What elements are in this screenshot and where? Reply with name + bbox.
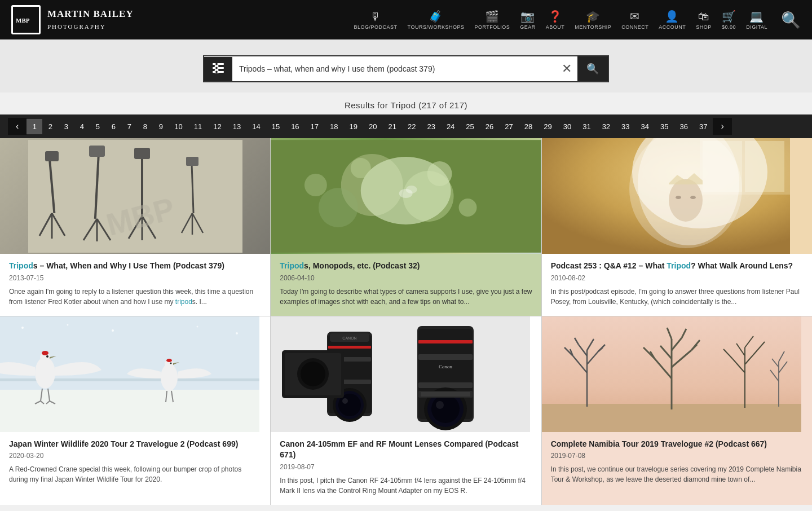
card-image [542, 138, 812, 254]
page-19[interactable]: 19 [344, 119, 363, 134]
logo[interactable]: MBP Martin BaileyPhotography [11, 5, 134, 34]
page-32[interactable]: 32 [597, 119, 616, 134]
svg-rect-56 [0, 390, 259, 432]
card-excerpt: A Red-Crowned Crane special this week, f… [9, 464, 261, 484]
portfolios-icon: 🎬 [485, 10, 500, 23]
page-34[interactable]: 34 [636, 119, 655, 134]
page-14[interactable]: 14 [246, 119, 266, 134]
card-date: 2010-08-02 [551, 274, 803, 282]
page-13[interactable]: 13 [227, 119, 246, 134]
svg-text:Canon: Canon [439, 364, 453, 369]
page-6[interactable]: 6 [105, 119, 121, 134]
card-image: CANON Canon [271, 316, 541, 432]
svg-point-72 [166, 359, 172, 362]
page-22[interactable]: 22 [402, 119, 421, 134]
svg-point-38 [427, 161, 452, 186]
page-23[interactable]: 23 [421, 119, 440, 134]
page-11[interactable]: 11 [188, 119, 208, 134]
nav-item-gear[interactable]: 📷 GEAR [520, 10, 536, 30]
page-1[interactable]: 1 [27, 119, 42, 134]
nav-item-blog[interactable]: 🎙 BLOG/PODCAST [354, 10, 398, 30]
svg-rect-6 [215, 67, 218, 69]
search-input[interactable] [232, 58, 556, 80]
nav-item-shop[interactable]: 🛍 SHOP [696, 10, 712, 30]
logo-text: Martin BaileyPhotography [47, 8, 134, 32]
page-15[interactable]: 15 [266, 119, 285, 134]
svg-rect-26 [134, 148, 150, 159]
page-8[interactable]: 8 [137, 119, 153, 134]
card-body: Japan Winter Wildlife 2020 Tour 2 Travel… [0, 432, 270, 494]
page-12[interactable]: 12 [208, 119, 227, 134]
nav-item-tours[interactable]: 🧳 TOURS/WORKSHOPS [408, 10, 465, 30]
nav-item-digital[interactable]: 💻 DIGITAL [746, 10, 767, 30]
card-excerpt: Today I'm going to describe what types o… [280, 287, 532, 307]
card-podcast-253[interactable]: Podcast 253 : Q&A #12 – What Tripod? Wha… [542, 138, 812, 316]
card-date: 2019-08-07 [280, 463, 532, 471]
search-filter-button[interactable] [204, 57, 232, 81]
page-3[interactable]: 3 [58, 119, 74, 134]
page-28[interactable]: 28 [519, 119, 538, 134]
page-2[interactable]: 2 [42, 119, 58, 134]
card-title: Tripods – What, When and Why I Use Them … [9, 261, 261, 272]
nav-item-account[interactable]: 👤 ACCOUNT [659, 10, 686, 30]
svg-point-39 [351, 158, 371, 178]
cart-icon: 🛒 [722, 10, 736, 23]
page-25[interactable]: 25 [460, 119, 479, 134]
page-18[interactable]: 18 [324, 119, 343, 134]
svg-rect-86 [328, 346, 371, 349]
svg-text:CANON: CANON [343, 336, 357, 340]
card-canon-lenses[interactable]: CANON Canon [271, 316, 541, 505]
page-27[interactable]: 27 [499, 119, 518, 134]
card-body: Podcast 253 : Q&A #12 – What Tripod? Wha… [542, 254, 812, 316]
main-nav: MBP Martin BaileyPhotography 🎙 BLOG/PODC… [0, 0, 812, 39]
svg-rect-97 [418, 340, 473, 343]
page-4[interactable]: 4 [74, 119, 90, 134]
card-namibia[interactable]: Complete Namibia Tour 2019 Travelogue #2… [542, 316, 812, 505]
card-excerpt: Once again I'm going to reply to a liste… [9, 287, 261, 307]
page-17[interactable]: 17 [305, 119, 324, 134]
nav-item-mentorship[interactable]: 🎓 MENTORSHIP [575, 10, 611, 30]
card-body: Complete Namibia Tour 2019 Travelogue #2… [542, 432, 812, 494]
gear-icon: 📷 [520, 10, 535, 23]
page-31[interactable]: 31 [577, 119, 596, 134]
svg-point-43 [406, 186, 417, 193]
pagination-next[interactable]: › [713, 118, 731, 135]
card-tripods-379[interactable]: MBP Tripods – What, When and Why I Use T… [0, 138, 270, 316]
page-10[interactable]: 10 [169, 119, 188, 134]
svg-point-102 [436, 401, 444, 409]
card-image [542, 316, 812, 432]
page-33[interactable]: 33 [616, 119, 635, 134]
card-image [0, 316, 270, 432]
page-37[interactable]: 37 [694, 119, 713, 134]
page-5[interactable]: 5 [90, 119, 105, 134]
page-16[interactable]: 16 [285, 119, 304, 134]
nav-item-portfolios[interactable]: 🎬 PORTFOLIOS [474, 10, 510, 30]
page-36[interactable]: 36 [674, 119, 694, 134]
page-21[interactable]: 21 [382, 119, 401, 134]
nav-item-about[interactable]: ❓ ABOUT [546, 10, 565, 30]
card-date: 2020-03-20 [9, 452, 261, 460]
card-tripods-32[interactable]: Tripods, Monopods, etc. (Podcast 32) 200… [271, 138, 541, 316]
page-26[interactable]: 26 [480, 119, 499, 134]
search-bar: ✕ 🔍 [203, 55, 609, 82]
page-35[interactable]: 35 [655, 119, 674, 134]
pagination-prev[interactable]: ‹ [8, 118, 27, 135]
account-icon: 👤 [665, 10, 679, 23]
page-7[interactable]: 7 [121, 119, 137, 134]
search-clear-button[interactable]: ✕ [556, 63, 577, 75]
nav-search-button[interactable]: 🔍 [781, 11, 801, 29]
card-japan-wildlife[interactable]: Japan Winter Wildlife 2020 Tour 2 Travel… [0, 316, 270, 505]
page-29[interactable]: 29 [538, 119, 557, 134]
page-30[interactable]: 30 [558, 119, 577, 134]
search-submit-button[interactable]: 🔍 [577, 56, 608, 81]
svg-point-36 [319, 188, 358, 227]
page-24[interactable]: 24 [441, 119, 460, 134]
mentorship-icon: 🎓 [586, 10, 601, 23]
page-20[interactable]: 20 [363, 119, 382, 134]
nav-item-cart[interactable]: 🛒 $0.00 [722, 10, 736, 30]
nav-item-connect[interactable]: ✉ CONNECT [621, 10, 648, 30]
svg-text:MBP: MBP [16, 17, 30, 24]
card-title: Canon 24-105mm EF and RF Mount Lenses Co… [280, 439, 532, 461]
page-9[interactable]: 9 [153, 119, 169, 134]
card-excerpt: In this post/podcast episode, I'm going … [551, 287, 803, 307]
